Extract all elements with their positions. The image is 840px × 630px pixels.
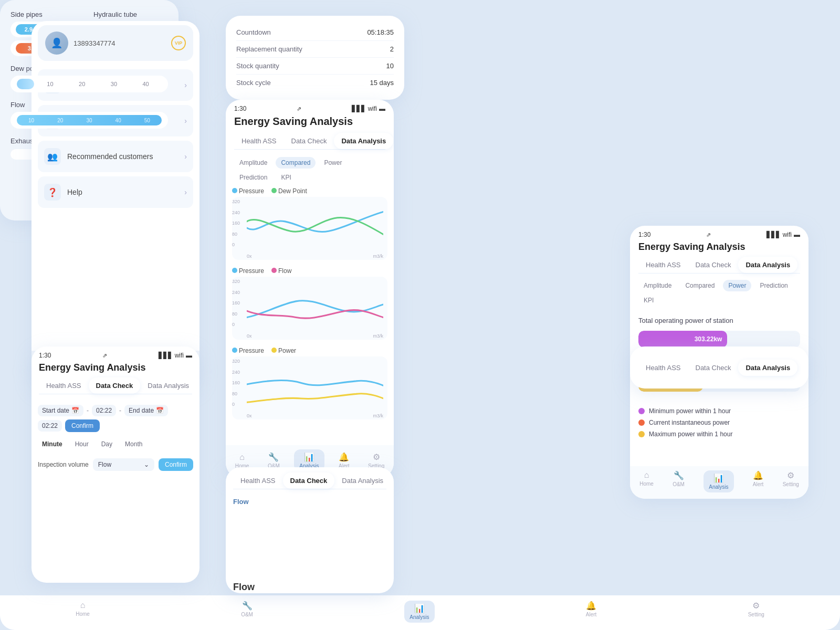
confirm-button[interactable]: Confirm	[65, 419, 100, 432]
customers-icon: 👥	[44, 148, 61, 165]
menu-item-help[interactable]: ❓ Help ›	[38, 176, 193, 208]
rp-om-icon: 🔧	[674, 470, 684, 480]
ha-tab-health[interactable]: Health ASS	[638, 360, 688, 376]
date-separator: -	[87, 407, 89, 414]
rp-subtab-prediction[interactable]: Prediction	[754, 280, 793, 291]
chart3-legend: Pressure Power	[232, 347, 387, 354]
tr-nav-home[interactable]: ⌂ Home	[76, 601, 90, 623]
subtab-prediction[interactable]: Prediction	[234, 172, 272, 183]
chart2-legend: Pressure Flow	[232, 267, 387, 275]
rp-nav-home[interactable]: ⌂ Home	[639, 470, 654, 492]
legend-max: Maximum power within 1 hour	[638, 430, 800, 438]
status-bar: 1:30 ⇗ ▋▋▋ wifi ▬	[234, 105, 385, 112]
tr-nav-alert[interactable]: 🔔 Alert	[586, 601, 597, 623]
chart2-svg	[247, 279, 383, 330]
start-time-input[interactable]: 02:22	[92, 405, 116, 416]
tr-nav-om[interactable]: 🔧 O&M	[241, 601, 253, 623]
menu-label-customers: Recommended customers	[67, 152, 178, 161]
tr-nav-analysis[interactable]: 📊 Analysis	[404, 601, 434, 623]
menu-item-customers[interactable]: 👥 Recommended customers ›	[38, 141, 193, 172]
power-title: Total operating power of station	[638, 317, 800, 324]
tr-nav-setting[interactable]: ⚙ Setting	[748, 601, 764, 623]
rp-tab-health[interactable]: Health ASS	[638, 257, 688, 273]
dew-fill	[17, 79, 34, 89]
power-bar-purple: 303.22kw	[638, 331, 727, 348]
subtab-compared[interactable]: Compared	[276, 157, 316, 169]
end-time-input[interactable]: 02:22	[38, 420, 62, 432]
chart1-x-unit2: 0x	[247, 254, 252, 259]
bc-tab-dataanalysis[interactable]: Data Analysis	[334, 472, 391, 489]
rp-subtab-kpi[interactable]: KPI	[638, 295, 659, 306]
center-analysis-icon: 📊	[304, 452, 314, 462]
health-ass-right-card: Health ASS Data Check Data Analysis	[630, 346, 808, 388]
chevron-icon-4: ›	[184, 188, 187, 196]
replacement-qty-val: 2	[349, 41, 394, 58]
flow-slider[interactable]: 10 20 30 40 50	[10, 112, 168, 129]
center-phone: 1:30 ⇗ ▋▋▋ wifi ▬ Energy Saving Analysis…	[226, 100, 394, 478]
bl-tab-health[interactable]: Health ASS	[39, 377, 89, 394]
subtab-amplitude[interactable]: Amplitude	[234, 157, 272, 169]
rp-subtab-amplitude[interactable]: Amplitude	[638, 280, 677, 291]
bc-tab-datacheck[interactable]: Data Check	[283, 472, 335, 489]
legend-min-label: Minimum power within 1 hour	[649, 407, 731, 415]
tr-analysis-icon: 📊	[414, 603, 425, 613]
unit-day[interactable]: Day	[97, 438, 117, 450]
chart1: 320240160800 0x m3/k	[232, 197, 387, 260]
rp-alert-label: Alert	[753, 481, 764, 487]
bl-status-icons: ▋▋▋ wifi ▬	[159, 352, 192, 359]
rp-status-icons: ▋▋▋ wifi ▬	[766, 231, 800, 238]
unit-minute[interactable]: Minute	[38, 438, 67, 450]
rp-header: 1:30 ⇗ ▋▋▋ wifi ▬ Energy Saving Analysis…	[630, 226, 808, 280]
unit-hour[interactable]: Hour	[71, 438, 93, 450]
rp-subtab-power[interactable]: Power	[723, 280, 751, 291]
chart1-svg	[247, 199, 383, 250]
rp-nav-alert[interactable]: 🔔 Alert	[753, 470, 764, 492]
subtab-kpi[interactable]: KPI	[276, 172, 296, 183]
rp-sub-tabs: Amplitude Compared Power Prediction KPI	[630, 280, 808, 310]
bl-tab-dataanalysis[interactable]: Data Analysis	[140, 377, 196, 394]
center-om-icon: 🔧	[268, 452, 279, 462]
bl-header: 1:30 ⇗ ▋▋▋ wifi ▬ Energy Saving Analysis…	[32, 346, 200, 401]
tab-datacheck[interactable]: Data Check	[284, 133, 334, 149]
unit-month[interactable]: Month	[121, 438, 146, 450]
legend-max-label: Maximum power within 1 hour	[649, 430, 732, 438]
rp-subtab-compared[interactable]: Compared	[680, 280, 720, 291]
confirm-button2[interactable]: Confirm	[159, 458, 193, 471]
bl-tab-datacheck[interactable]: Data Check	[89, 377, 141, 394]
rp-tab-dataanalysis[interactable]: Data Analysis	[738, 257, 797, 273]
rp-status: 1:30 ⇗ ▋▋▋ wifi ▬	[638, 231, 800, 238]
tr-home-icon: ⌂	[80, 601, 86, 610]
ha-tab-dataanalysis[interactable]: Data Analysis	[738, 360, 797, 376]
end-date-input[interactable]: End date 📅	[124, 405, 168, 416]
rp-tab-datacheck[interactable]: Data Check	[688, 257, 739, 273]
subtab-power[interactable]: Power	[319, 157, 347, 169]
dew-slider[interactable]: 10203040	[10, 76, 168, 92]
calendar-icon: 📅	[71, 407, 79, 414]
center-phone-header: 1:30 ⇗ ▋▋▋ wifi ▬ Energy Saving Analysis…	[226, 100, 394, 157]
center-alert-icon: 🔔	[339, 452, 349, 462]
bl-time: 1:30	[39, 352, 51, 359]
rp-nav-setting[interactable]: ⚙ Setting	[783, 470, 799, 492]
filter-row: Start date 📅 - 02:22 - End date 📅 02:22 …	[32, 401, 200, 436]
legend-yellow-dot	[638, 431, 645, 437]
rp-nav-analysis[interactable]: 📊 Analysis	[704, 470, 733, 492]
rp-bottom-nav: ⌂ Home 🔧 O&M 📊 Analysis 🔔 Alert ⚙ Settin…	[630, 466, 808, 499]
time-unit-row: Minute Hour Day Month	[32, 436, 200, 454]
flow-tab-label: Flow	[233, 498, 249, 506]
start-date-input[interactable]: Start date 📅	[38, 405, 83, 416]
rp-nav-om[interactable]: 🔧 O&M	[673, 470, 685, 492]
flow-select[interactable]: Flow ⌄	[93, 458, 154, 471]
tr-om-label: O&M	[241, 612, 253, 617]
bc-tab-health[interactable]: Health ASS	[233, 472, 283, 489]
tab-health[interactable]: Health ASS	[234, 133, 284, 149]
bl-battery-icon: ▬	[186, 352, 192, 359]
phone-number: 13893347774	[74, 39, 166, 47]
inspection-row: Inspection volume Flow ⌄ Confirm	[32, 454, 200, 475]
rp-om-label: O&M	[673, 481, 685, 487]
tab-dataanalysis[interactable]: Data Analysis	[334, 133, 393, 149]
ha-tab-datacheck[interactable]: Data Check	[688, 360, 739, 376]
location-icon: ⇗	[297, 106, 301, 112]
inspection-label: Inspection volume	[38, 461, 89, 468]
rp-setting-label: Setting	[783, 481, 799, 487]
start-date-label: Start date	[42, 407, 69, 414]
